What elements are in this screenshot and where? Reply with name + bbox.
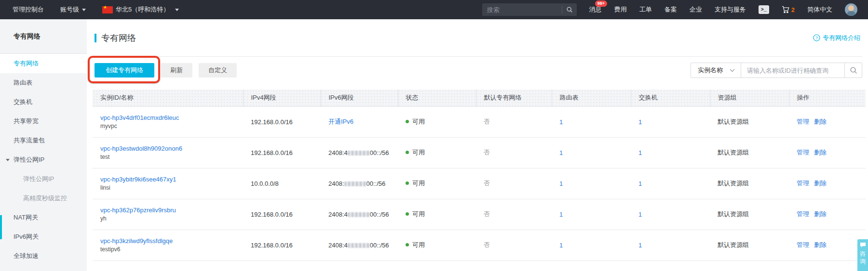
manage-link[interactable]: 管理 [797, 241, 809, 248]
filter-search-input[interactable] [741, 63, 844, 77]
filter-search-button[interactable] [844, 63, 862, 77]
sidebar-item-共享流量包[interactable]: 共享流量包 [0, 131, 87, 150]
console-home-link[interactable]: 管理控制台 [13, 5, 44, 14]
page-header: 专有网络 ? 专有网络介绍 [93, 19, 862, 57]
consult-tab[interactable]: 咨询 [857, 239, 868, 271]
delete-link[interactable]: 删除 [814, 118, 827, 125]
messages-menu[interactable]: 消息 99+ [589, 5, 602, 14]
vswitch-count-link[interactable]: 1 [638, 211, 642, 218]
delete-link[interactable]: 删除 [814, 241, 827, 248]
account-level-menu[interactable]: 账号级 [60, 5, 86, 14]
manage-link[interactable]: 管理 [797, 118, 809, 125]
topbar-menu-item[interactable]: 企业 [690, 5, 702, 14]
masked-ipv6-segment [344, 181, 366, 186]
user-avatar[interactable] [845, 3, 857, 16]
route-table-count-link[interactable]: 1 [559, 180, 563, 187]
customize-button[interactable]: 自定义 [199, 63, 237, 77]
status-cell: 可用 [398, 199, 476, 230]
topbar-menu-item[interactable]: 支持与服务 [715, 5, 746, 14]
status-dot-icon [406, 120, 409, 123]
vpc-id-link[interactable]: vpc-hp3v4drf01ecmxdr6leuc [100, 114, 179, 121]
topbar-menu-item[interactable]: 工单 [639, 5, 652, 14]
ipv4-cidr: 192.168.0.0/16 [243, 137, 321, 168]
left-edge-indicator [0, 215, 2, 239]
refresh-button[interactable]: 刷新 [161, 63, 192, 77]
sidebar-item-弹性公网IP[interactable]: 弹性公网IP [0, 169, 87, 189]
manage-link[interactable]: 管理 [797, 149, 809, 156]
delete-link[interactable]: 删除 [814, 180, 827, 187]
table-row: vpc-hp3ybitr9ki6see467xy1linsi10.0.0.0/8… [93, 168, 866, 199]
masked-ipv6-segment [348, 212, 370, 217]
sidebar-item-全球加速[interactable]: 全球加速 [0, 246, 87, 266]
column-header-交换机: 交换机 [631, 90, 710, 106]
vpc-id-link[interactable]: vpc-hp3estwdol8h9092onon6 [100, 145, 182, 152]
route-table-count-link[interactable]: 1 [559, 149, 563, 156]
cart-button[interactable]: 2 [782, 6, 795, 13]
vswitch-count-link[interactable]: 1 [638, 149, 642, 156]
chat-bubble-icon [860, 242, 866, 248]
vpc-table: 实例ID/名称IPv4网段IPv6网段状态默认专有网络路由表交换机资源组操作 v… [93, 90, 866, 261]
vpc-id-link[interactable]: vpc-hp362p76pzreliv9rsbru [100, 206, 176, 214]
chevron-down-icon [82, 9, 86, 11]
topbar-menu-item[interactable]: 备案 [665, 5, 677, 14]
cloudshell-icon[interactable]: >_ [759, 5, 769, 14]
vswitch-count-link[interactable]: 1 [638, 180, 642, 187]
sidebar-item-专有网络[interactable]: 专有网络 [0, 54, 87, 73]
vpc-name: myvpc [100, 123, 239, 129]
sidebar-item-路由表[interactable]: 路由表 [0, 73, 87, 92]
page-title: 专有网络 [101, 32, 136, 44]
status-dot-icon [406, 151, 409, 154]
vpc-intro-link[interactable]: ? 专有网络介绍 [813, 34, 860, 42]
region-selector[interactable]: 华北5（呼和浩特） [102, 5, 179, 14]
sidebar: 专有网络 专有网络路由表交换机共享带宽共享流量包弹性公网IP弹性公网IP高精度秒… [0, 19, 87, 271]
filter-field-label: 实例名称 [698, 66, 723, 75]
actions-cell: 管理删除 [789, 106, 866, 137]
manage-link[interactable]: 管理 [797, 210, 809, 218]
vswitch-cell: 1 [631, 199, 710, 230]
route-table-count-link[interactable]: 1 [559, 211, 563, 218]
global-search-input[interactable] [482, 6, 562, 13]
language-switch[interactable]: 简体中文 [807, 5, 832, 14]
vpc-id-link[interactable]: vpc-hp3kzilwd9yflssfdlgqe [100, 237, 173, 245]
vpc-name: yh [100, 215, 239, 222]
delete-link[interactable]: 删除 [814, 149, 827, 156]
ipv4-cidr: 192.168.0.0/16 [243, 106, 321, 137]
delete-link[interactable]: 删除 [814, 210, 827, 218]
manage-link[interactable]: 管理 [797, 180, 809, 187]
triangle-expand-icon[interactable] [6, 159, 10, 161]
vpc-id-link[interactable]: vpc-hp3ybitr9ki6see467xy1 [100, 176, 176, 183]
main-content: 专有网络 ? 专有网络介绍 创建专有网络 刷新 自定义 实例名称 [87, 19, 868, 271]
topbar: 管理控制台 账号级 华北5（呼和浩特） 消息 99+ 费用工单备案企业支持与服务… [0, 0, 868, 19]
sidebar-item-label: 弹性公网IP [23, 175, 54, 183]
status-dot-icon [406, 212, 409, 216]
consult-label: 咨询 [859, 250, 866, 265]
column-header-IPv4网段: IPv4网段 [243, 90, 321, 106]
sidebar-item-弹性公网IP[interactable]: 弹性公网IP [0, 150, 87, 169]
vswitch-count-link[interactable]: 1 [638, 242, 642, 249]
actions-cell: 管理删除 [789, 199, 866, 230]
sidebar-item-label: 路由表 [14, 78, 32, 87]
route-table-count-link[interactable]: 1 [559, 242, 563, 249]
sidebar-item-共享带宽[interactable]: 共享带宽 [0, 112, 87, 131]
column-header-路由表: 路由表 [552, 90, 631, 106]
status-cell: 可用 [398, 230, 476, 260]
sidebar-item-交换机[interactable]: 交换机 [0, 92, 87, 112]
sidebar-title: 专有网络 [0, 19, 87, 54]
vswitch-count-link[interactable]: 1 [638, 118, 642, 126]
sidebar-item-IPv6网关[interactable]: IPv6网关 [0, 227, 87, 246]
title-accent-bar [95, 34, 96, 42]
topbar-menu-item[interactable]: 费用 [614, 5, 627, 14]
sidebar-item-label: 专有网络 [14, 59, 39, 68]
masked-ipv6-segment [348, 151, 370, 155]
resource-group-cell: 默认资源组 [710, 199, 789, 230]
search-icon[interactable] [562, 6, 577, 13]
filter-field-select[interactable]: 实例名称 [691, 63, 741, 77]
route-table-count-link[interactable]: 1 [559, 118, 563, 126]
enable-ipv6-link[interactable]: 开通IPv6 [328, 118, 353, 125]
create-vpc-button[interactable]: 创建专有网络 [95, 63, 154, 77]
sidebar-item-NAT网关[interactable]: NAT网关 [0, 208, 87, 227]
table-row: vpc-hp3kzilwd9yflssfdlgqetestipv6192.168… [93, 230, 866, 260]
sidebar-item-高精度秒级监控[interactable]: 高精度秒级监控 [0, 189, 87, 208]
column-header-状态: 状态 [398, 90, 476, 106]
resource-group-cell: 默认资源组 [710, 230, 789, 260]
